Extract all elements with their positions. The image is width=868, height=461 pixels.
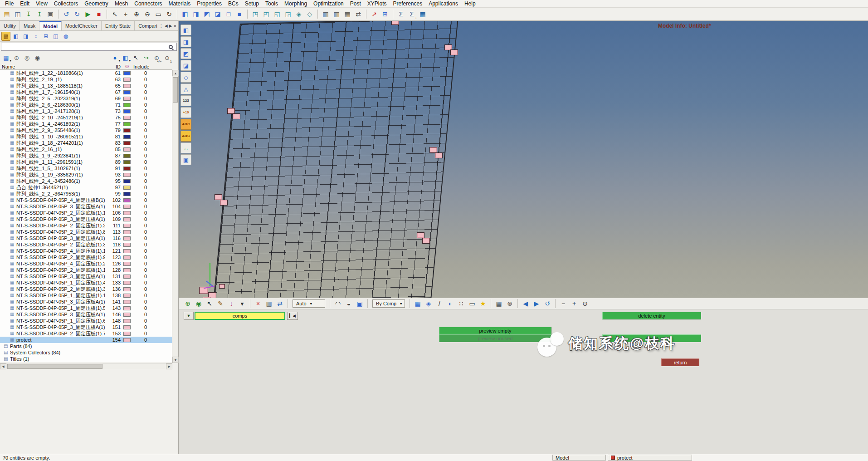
assign-icon[interactable]: ◫ [51,32,60,41]
place-node-icon[interactable]: ↓ [226,299,236,309]
menu-mesh[interactable]: Mesh [112,0,131,7]
tree-horizontal-scrollbar[interactable]: ◀ ▶ [0,363,172,369]
tree-row[interactable]: ▦阵列_线性_2_16_(1)850 [0,146,172,152]
load-handles-icon[interactable]: ⊞ [380,9,390,19]
pan-icon[interactable]: + [121,9,131,19]
column-header-include[interactable]: Include [133,64,172,69]
delete-entity-button[interactable]: delete entity [602,312,701,319]
load-include-icon[interactable]: ↪ [141,53,151,63]
feature-lines-icon[interactable]: ◈ [294,9,304,19]
entity-color-swatch[interactable] [123,255,131,260]
menu-setup[interactable]: Setup [242,0,262,7]
menu-edit[interactable]: Edit [17,0,33,7]
delete-tool-icon[interactable]: × [253,299,263,309]
menu-materials[interactable]: Materials [166,0,194,7]
entity-view-filter-icon[interactable]: ▦▾ [1,53,11,63]
points-toggle-icon[interactable]: ∷ [456,299,466,309]
menu-optimization[interactable]: Optimization [310,0,347,7]
menu-morphing[interactable]: Morphing [281,0,310,7]
mesh-display-style-icon[interactable]: ▦ [413,299,423,309]
entity-color-swatch[interactable] [123,116,131,120]
run-icon[interactable]: ▶ [83,9,93,19]
unmask-icon[interactable]: ◨ [191,9,201,19]
pointer-icon[interactable]: ↖ [110,9,120,19]
previous-view-icon[interactable]: ◀ [521,299,531,309]
component-add-icon[interactable]: ⊕ [183,299,193,309]
screen-capture-icon[interactable]: ▣ [45,9,55,19]
tree-row[interactable]: ▦阵列_线性_1_9_-2923841(1)870 [0,152,172,159]
grid-settings-icon[interactable]: ▦ [494,299,504,309]
close-panel-icon[interactable]: × [174,23,176,29]
entity-color-swatch[interactable] [123,141,131,145]
selector-icon[interactable]: ↖ [131,53,141,63]
tree-vertical-scrollbar[interactable]: ▲ ▼ [172,70,178,363]
entity-color-swatch[interactable] [123,135,131,139]
transparent-mode-icon[interactable]: ◲ [283,9,293,19]
stop-icon[interactable]: ■ [94,9,104,19]
display-all-icon[interactable]: ■ [234,9,244,19]
matrix-browser-icon[interactable]: ▦ [418,9,428,19]
tree-row[interactable]: ▦阵列_线性_1_19_-3356297(1)930 [0,172,172,178]
tree-row[interactable]: ▦NT-S-SSDDF-04P-05P_2_固定底板(1).11060 [0,210,172,216]
menu-preferences[interactable]: Preferences [390,0,425,7]
renumber-icon[interactable]: ↕ [31,32,40,41]
tree-row[interactable]: ▦阵列_线性_2_9_-2554486(1)790 [0,127,172,133]
zoom-out-icon[interactable]: ⊖ [142,9,152,19]
tab-modelchecker[interactable]: ModelChecker [62,21,102,30]
tree-row[interactable]: ▦阵列_线性_1_22_-1810866(1)610 [0,70,172,76]
tree-row[interactable]: ▦NT-S-SSDDF-04P-05P_1_固定压板(1).51430 [0,305,172,311]
menu-xyplots[interactable]: XYPlots [364,0,390,7]
view-rotate-icon[interactable]: ◇ [180,72,191,83]
tree-row[interactable]: ▦阵列_线性_1_10_-2609152(1)810 [0,133,172,140]
layout-single-icon[interactable]: ▥ [321,9,331,19]
tree-row[interactable]: ▦NT-S-SSDDF-04P-05P_3_固定压板A(1).11040 [0,203,172,210]
tree-row[interactable]: ▦NT-S-SSDDF-04P-05P_1_固定压板(1).111380 [0,292,172,299]
view-xz-plane-icon[interactable]: ◨ [180,36,191,47]
graphics-viewport[interactable]: ◧◨◩◪◇△123+10ABCABC↔▣ Model Info: Untitle… [179,21,868,298]
menu-help[interactable]: Help [461,0,479,7]
fit-view-icon[interactable]: ▭ [153,9,163,19]
tree-row[interactable]: ▦NT-S-SSDDF-04P-05P_4_固定压板(1).11210 [0,248,172,254]
zoom-fit-icon[interactable]: ⊙ [580,299,590,309]
menu-geometry[interactable]: Geometry [81,0,112,7]
hide-eye-icon[interactable]: ◎ [22,53,32,63]
zoom-plus-icon[interactable]: + [569,299,579,309]
geometry-display-style-icon[interactable]: ◈ [424,299,434,309]
tree-row[interactable]: ▦阵列_线性_2_4_-3452486(1)950 [0,178,172,184]
tree-row[interactable]: ▦protect1540 [0,337,172,343]
menu-post[interactable]: Post [347,0,364,7]
open-model-icon[interactable]: ▤ [2,9,12,19]
status-model-cell[interactable]: Model [552,455,606,461]
tree-row[interactable]: ▦NT-S-SSDDF-04P-05P_2_固定底板(1).31180 [0,241,172,248]
line-tool-icon[interactable]: / [434,299,444,309]
scroll-up-icon[interactable]: ▲ [172,70,179,76]
tabs-scroll-left-icon[interactable]: ◀ [165,24,168,28]
tree-row[interactable]: ▦阵列_线性_2_10_-2451219(1)750 [0,114,172,121]
show-eye-icon[interactable]: ⊙ [12,53,21,63]
shaded-mode-icon[interactable]: ◰ [261,9,271,19]
menu-applications[interactable]: Applications [425,0,461,7]
entity-color-swatch[interactable] [123,109,131,113]
entity-color-swatch[interactable] [123,160,131,164]
duplicate-icon[interactable]: ▥ [264,299,274,309]
zoom-in-icon[interactable]: ⊕ [132,9,141,19]
vector-display-icon[interactable]: ↗ [369,9,379,19]
bycomp-mode-select[interactable]: By Comp▾ [372,299,405,308]
tree-row[interactable]: ▦NT-S-SSDDF-04P-05P_3_固定压板A(1).21090 [0,216,172,222]
entity-color-swatch[interactable] [123,198,131,202]
tree-row[interactable]: ▦阵列_线性_1_13_-1885118(1)650 [0,83,172,89]
entity-selector-icon[interactable]: ↖ [205,299,215,309]
labels-abc-icon[interactable]: ABC [180,119,191,130]
column-header-color-icon[interactable]: ⊙ [123,64,131,69]
tree-row[interactable]: ▦阵列_线性_1_11_-2961591(1)890 [0,159,172,165]
reject-button[interactable]: reject [602,334,701,342]
entity-color-swatch[interactable] [123,128,131,132]
entity-color-swatch[interactable] [123,338,131,342]
menu-properties[interactable]: Properties [194,0,225,7]
wireframe-mode-icon[interactable]: ◳ [250,9,260,19]
numbers-display-icon[interactable]: 123 [180,95,191,106]
rotate-view-icon[interactable]: ↻ [164,9,174,19]
entity-color-swatch[interactable] [123,275,131,279]
entity-color-swatch[interactable] [123,236,131,240]
tree-row[interactable]: ▦阵列_线性_1_7_-1961540(1)670 [0,89,172,95]
